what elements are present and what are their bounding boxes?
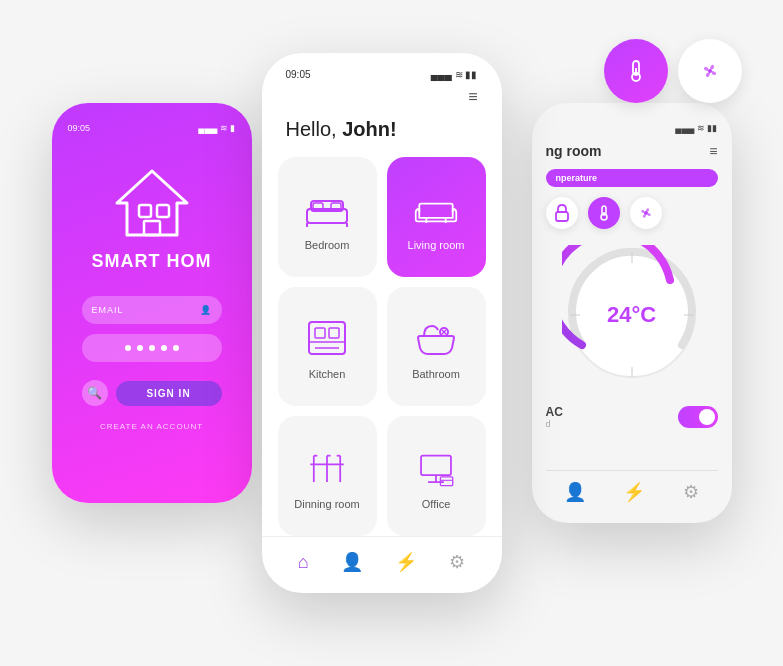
ac-label: AC (546, 405, 563, 419)
dot2 (137, 345, 143, 351)
email-label: EMAIL (92, 305, 124, 315)
fan-icon-circle[interactable] (630, 197, 662, 229)
nav-home[interactable]: ⌂ (298, 552, 309, 573)
nav-user-right[interactable]: 👤 (564, 481, 586, 503)
sign-in-button[interactable]: SIGN IN (116, 381, 222, 406)
office-label: Office (422, 498, 451, 510)
bottom-nav-center: ⌂ 👤 ⚡ ⚙ (262, 536, 502, 593)
phone-right: ▄▄▄ ≋ ▮▮ ng room ≡ nperature (532, 103, 732, 523)
room-diningroom[interactable]: Dinning room (278, 416, 377, 536)
toggle-knob (699, 409, 715, 425)
center-time: 09:05 (286, 69, 311, 80)
brand-text: SMART HOM (92, 251, 212, 272)
create-account-link[interactable]: CREATE AN ACCOUNT (100, 422, 203, 431)
svg-point-3 (708, 69, 712, 73)
control-icons (546, 197, 718, 229)
temp-value: 24°C (607, 302, 656, 328)
livingroom-icon (414, 187, 458, 231)
action-row: 🔍 SIGN IN (82, 380, 222, 406)
left-time: 09:05 (68, 123, 91, 133)
nav-user[interactable]: 👤 (341, 551, 363, 573)
greeting: Hello, John! (262, 114, 502, 157)
center-status-bar: 09:05 ▄▄▄ ≋ ▮▮ (262, 53, 502, 88)
lock-icon-circle[interactable] (546, 197, 578, 229)
temp-badge[interactable]: nperature (546, 169, 718, 187)
menu-icon: ≡ (468, 88, 477, 105)
room-kitchen[interactable]: Kitchen (278, 287, 377, 407)
fan-circle[interactable] (678, 39, 742, 103)
thermometer-circle[interactable] (604, 39, 668, 103)
dot5 (173, 345, 179, 351)
greeting-name: John! (342, 118, 396, 140)
ac-sub: d (546, 419, 563, 429)
svg-rect-17 (329, 328, 339, 338)
floating-circles (604, 39, 742, 103)
right-status-bar: ▄▄▄ ≋ ▮▮ (546, 123, 718, 133)
nav-bolt[interactable]: ⚡ (395, 551, 417, 573)
svg-rect-30 (421, 456, 451, 475)
search-icon[interactable]: 🔍 (82, 380, 108, 406)
kitchen-label: Kitchen (309, 368, 346, 380)
kitchen-icon (305, 316, 349, 360)
left-status-bar: 09:05 ▄▄▄ ≋ ▮ (68, 123, 236, 133)
dot1 (125, 345, 131, 351)
livingroom-label: Living room (408, 239, 465, 251)
bottom-nav-right: 👤 ⚡ ⚙ (546, 470, 718, 503)
phones-container: 09:05 ▄▄▄ ≋ ▮ SMART HOM EMAIL 👤 🔍 (32, 23, 752, 643)
room-bathroom[interactable]: Bathroom (387, 287, 486, 407)
bedroom-label: Bedroom (305, 239, 350, 251)
hamburger-menu[interactable]: ≡ (262, 88, 502, 114)
right-signal: ▄▄▄ ≋ ▮▮ (675, 123, 717, 133)
center-signal: ▄▄▄ ≋ ▮▮ (431, 69, 478, 80)
email-input[interactable]: EMAIL 👤 (82, 296, 222, 324)
rooms-grid: Bedroom Living room (262, 157, 502, 536)
bathroom-icon (414, 316, 458, 360)
nav-bolt-right[interactable]: ⚡ (623, 481, 645, 503)
bedroom-icon (305, 187, 349, 231)
house-icon (107, 163, 197, 243)
ac-row: AC d (546, 405, 718, 429)
svg-rect-5 (157, 205, 169, 217)
diningroom-icon (305, 446, 349, 490)
ac-toggle[interactable] (678, 406, 718, 428)
svg-rect-6 (144, 221, 160, 235)
room-livingroom[interactable]: Living room (387, 157, 486, 277)
room-title: ng room (546, 143, 602, 159)
svg-rect-16 (315, 328, 325, 338)
dot3 (149, 345, 155, 351)
phone-center: 09:05 ▄▄▄ ≋ ▮▮ ≡ Hello, John! (262, 53, 502, 593)
svg-rect-4 (139, 205, 151, 217)
greeting-hello: Hello, (286, 118, 343, 140)
password-input[interactable] (82, 334, 222, 362)
hamburger-right[interactable]: ≡ (709, 143, 717, 159)
temp-dial[interactable]: 24°C (562, 245, 702, 385)
nav-settings[interactable]: ⚙ (449, 551, 465, 573)
thermometer-icon-circle[interactable] (588, 197, 620, 229)
phone-left: 09:05 ▄▄▄ ≋ ▮ SMART HOM EMAIL 👤 🔍 (52, 103, 252, 503)
dot4 (161, 345, 167, 351)
bathroom-label: Bathroom (412, 368, 460, 380)
office-icon (414, 446, 458, 490)
svg-rect-15 (309, 322, 345, 354)
room-bedroom[interactable]: Bedroom (278, 157, 377, 277)
left-signal: ▄▄▄ ≋ ▮ (198, 123, 235, 133)
nav-settings-right[interactable]: ⚙ (683, 481, 699, 503)
diningroom-label: Dinning room (294, 498, 359, 510)
user-icon: 👤 (200, 305, 212, 315)
svg-point-39 (644, 211, 648, 215)
svg-rect-35 (556, 212, 568, 221)
room-title-row: ng room ≡ (546, 143, 718, 159)
room-office[interactable]: Office (387, 416, 486, 536)
